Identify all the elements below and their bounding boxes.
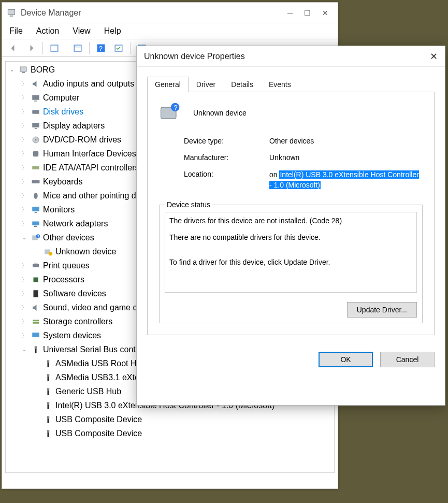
tree-item-label: Monitors xyxy=(43,205,75,214)
system-icon xyxy=(31,330,41,341)
chevron-right-icon[interactable]: 〉 xyxy=(20,136,28,143)
label-device-type: Device type: xyxy=(184,137,269,145)
usb-icon xyxy=(43,386,53,397)
tree-item-label: Network adapters xyxy=(43,219,108,228)
value-location[interactable]: on Intel(R) USB 3.0 eXtensible Host Cont… xyxy=(269,170,423,190)
menu-help[interactable]: Help xyxy=(104,26,121,36)
svg-rect-35 xyxy=(33,320,39,321)
svg-rect-24 xyxy=(34,225,37,226)
tab-events[interactable]: Events xyxy=(261,77,299,92)
usb-icon xyxy=(43,358,53,369)
svg-rect-21 xyxy=(32,207,39,211)
chevron-right-icon[interactable]: 〉 xyxy=(20,276,28,283)
tab-driver[interactable]: Driver xyxy=(189,77,223,92)
tree-item-label: DVD/CD-ROM drives xyxy=(43,135,121,145)
nav-back-icon[interactable] xyxy=(7,42,20,54)
tree-item[interactable]: USB Composite Device xyxy=(8,412,332,426)
tree-item-label: USB Composite Device xyxy=(55,415,142,424)
dialog-titlebar[interactable]: Unknown device Properties ✕ xyxy=(137,46,445,67)
chevron-right-icon[interactable]: 〉 xyxy=(20,206,28,213)
usb-icon xyxy=(43,400,53,411)
device-status-text[interactable]: The drivers for this device are not inst… xyxy=(165,212,417,293)
svg-rect-37 xyxy=(32,333,39,337)
svg-rect-39 xyxy=(35,348,37,353)
ok-button[interactable]: OK xyxy=(319,352,373,367)
svg-rect-44 xyxy=(47,388,50,391)
chevron-right-icon[interactable]: 〉 xyxy=(20,178,28,185)
chevron-right-icon[interactable]: 〉 xyxy=(20,304,28,311)
tree-item-label: Software devices xyxy=(43,289,106,298)
update-driver-button[interactable]: Update Driver... xyxy=(347,302,417,318)
nav-forward-icon[interactable] xyxy=(25,42,37,54)
svg-point-20 xyxy=(34,193,38,199)
chevron-right-icon[interactable]: 〉 xyxy=(20,262,28,269)
chevron-down-icon[interactable]: ⌄ xyxy=(20,235,28,240)
svg-rect-51 xyxy=(48,432,49,437)
usb-icon xyxy=(43,428,53,439)
svg-rect-10 xyxy=(32,95,39,99)
tree-item[interactable]: USB Composite Device xyxy=(8,426,332,440)
svg-rect-31 xyxy=(33,264,39,267)
network-icon xyxy=(31,219,41,229)
chevron-right-icon[interactable]: 〉 xyxy=(20,80,28,88)
menu-action[interactable]: Action xyxy=(36,26,59,36)
tree-item-label: Human Interface Devices xyxy=(43,149,136,159)
label-location: Location: xyxy=(184,170,269,190)
chevron-right-icon[interactable]: 〉 xyxy=(20,220,28,227)
software-icon xyxy=(31,289,41,299)
svg-rect-48 xyxy=(47,416,50,419)
svg-rect-9 xyxy=(22,72,25,73)
cancel-button[interactable]: Cancel xyxy=(380,352,435,367)
tree-item-label: Processors xyxy=(43,275,84,284)
close-icon[interactable]: ✕ xyxy=(430,51,438,62)
chevron-right-icon[interactable]: 〉 xyxy=(20,332,28,339)
chevron-right-icon[interactable]: 〉 xyxy=(20,150,28,157)
toolbar-properties-icon[interactable] xyxy=(48,42,61,54)
value-device-type: Other devices xyxy=(269,137,423,145)
device-icon: ? xyxy=(159,102,182,124)
chevron-right-icon[interactable]: 〉 xyxy=(20,108,28,116)
window-title: Device Manager xyxy=(21,8,81,18)
svg-rect-41 xyxy=(48,362,49,367)
sound-icon xyxy=(31,303,41,313)
tree-item-label: Storage controllers xyxy=(43,317,112,326)
tab-details[interactable]: Details xyxy=(223,77,261,92)
toolbar-view-icon[interactable] xyxy=(71,42,84,54)
tab-general[interactable]: General xyxy=(147,77,189,92)
label-device-status: Device status xyxy=(165,200,212,209)
window-maximize-icon[interactable]: ☐ xyxy=(304,9,311,17)
device-status-group: Device status The drivers for this devic… xyxy=(159,200,423,323)
toolbar-scan-icon[interactable] xyxy=(112,42,125,54)
value-manufacturer: Unknown xyxy=(269,153,423,162)
chevron-right-icon[interactable]: 〉 xyxy=(20,122,28,130)
chevron-right-icon[interactable]: 〉 xyxy=(20,318,28,325)
toolbar-help-icon[interactable]: ? xyxy=(95,42,107,54)
monitor-icon xyxy=(31,205,41,215)
chevron-right-icon[interactable]: 〉 xyxy=(20,290,28,297)
window-minimize-icon[interactable]: ─ xyxy=(287,9,293,17)
other-icon: ? xyxy=(31,233,41,243)
svg-rect-42 xyxy=(47,374,50,377)
svg-rect-3 xyxy=(74,45,81,51)
chevron-right-icon[interactable]: 〉 xyxy=(20,164,28,171)
window-close-icon[interactable]: ✕ xyxy=(322,9,328,17)
svg-text:?: ? xyxy=(99,45,103,52)
chevron-down-icon[interactable]: ⌄ xyxy=(20,347,28,352)
tabs: General Driver Details Events xyxy=(147,76,435,92)
tree-item-label: Other devices xyxy=(43,233,94,242)
cd-icon xyxy=(31,135,41,145)
tree-item-label: ASMedia USB Root Hub xyxy=(55,359,146,368)
titlebar[interactable]: Device Manager ─ ☐ ✕ xyxy=(2,3,338,23)
unknown-icon: ! xyxy=(43,247,53,257)
tree-item-label: IDE ATA/ATAPI controllers xyxy=(43,163,139,173)
chevron-right-icon[interactable]: 〉 xyxy=(20,192,28,199)
svg-rect-33 xyxy=(34,277,38,282)
chevron-down-icon[interactable]: ⌄ xyxy=(8,67,16,73)
menu-view[interactable]: View xyxy=(73,26,90,36)
dialog-title: Unknown device Properties xyxy=(144,52,245,61)
svg-text:?: ? xyxy=(37,235,39,238)
app-icon xyxy=(6,8,17,18)
svg-rect-50 xyxy=(47,430,50,433)
menu-file[interactable]: File xyxy=(9,26,23,36)
chevron-right-icon[interactable]: 〉 xyxy=(20,94,28,102)
